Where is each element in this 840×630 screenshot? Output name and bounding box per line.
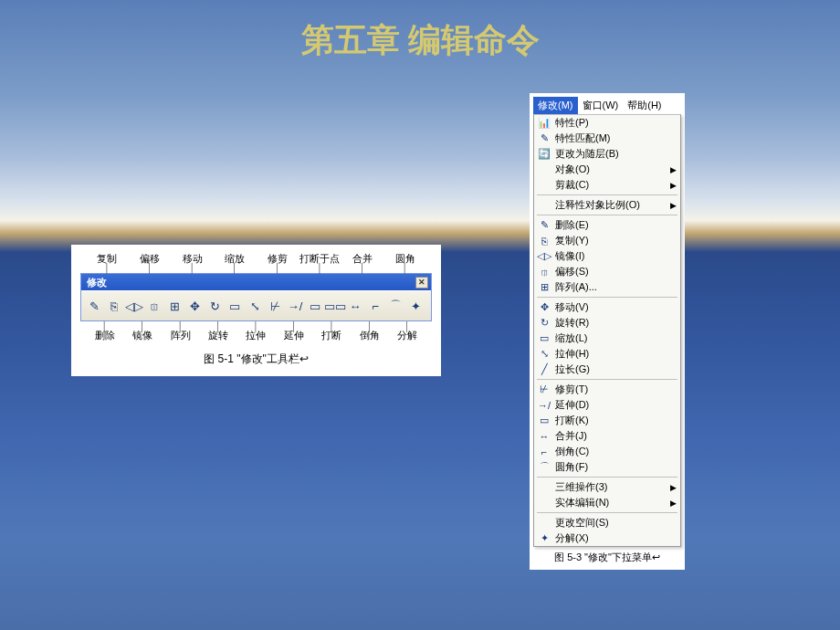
move-icon[interactable]: ✥ xyxy=(185,297,204,315)
menu-item[interactable]: ⊞阵列(A)... xyxy=(534,279,680,295)
menu-item-icon: ⎘ xyxy=(537,235,551,247)
scale-icon[interactable]: ▭ xyxy=(226,297,244,315)
menu-item[interactable]: 三维操作(3)▶ xyxy=(534,479,680,495)
menu-item[interactable]: ↻旋转(R) xyxy=(534,315,680,331)
menu-item-icon xyxy=(537,497,551,509)
join-icon[interactable]: ↔ xyxy=(346,297,364,315)
menu-item-label: 打断(K) xyxy=(555,414,677,427)
menu-separator xyxy=(537,194,677,195)
trim-icon[interactable]: ⊬ xyxy=(266,297,284,315)
copy-icon[interactable]: ⎘ xyxy=(105,297,123,315)
menu-item[interactable]: ⎘复制(Y) xyxy=(534,233,680,248)
menu-item[interactable]: ⤡拉伸(H) xyxy=(534,346,680,362)
menu-item-label: 注释性对象比例(O) xyxy=(555,198,667,212)
menu-item[interactable]: ╱拉长(G) xyxy=(534,362,680,377)
menu-item-icon xyxy=(537,163,551,176)
menu-item-icon: →/ xyxy=(537,399,551,412)
menu-item-label: 复制(Y) xyxy=(555,234,677,247)
submenu-arrow-icon: ▶ xyxy=(670,483,677,492)
menu-item-label: 延伸(D) xyxy=(555,398,677,412)
toolbar-label: 打断 xyxy=(313,329,351,342)
menu-item-icon: ⊬ xyxy=(537,383,551,396)
menu-item-icon: ↻ xyxy=(537,317,551,330)
menubar-item[interactable]: 窗口(W) xyxy=(578,97,624,114)
menu-item[interactable]: 📊特性(P) xyxy=(534,115,680,131)
offset-icon[interactable]: ⎅ xyxy=(145,297,163,315)
menu-item[interactable]: 注释性对象比例(O)▶ xyxy=(534,197,680,213)
close-icon[interactable]: ✕ xyxy=(415,277,428,289)
toolbar-titlebar[interactable]: 修改 ✕ xyxy=(81,274,431,290)
menu-item-icon: ╱ xyxy=(537,363,551,376)
fillet-icon[interactable]: ⌒ xyxy=(386,297,404,315)
menu-item-label: 缩放(L) xyxy=(555,331,677,345)
array-icon[interactable]: ⊞ xyxy=(165,297,184,315)
explode-icon[interactable]: ✦ xyxy=(406,297,425,315)
extend-icon[interactable]: →/ xyxy=(286,297,304,315)
break-point-icon[interactable]: ▭ xyxy=(306,297,324,315)
menu-item-icon: ✥ xyxy=(537,301,551,314)
menubar: 修改(M)窗口(W)帮助(H) xyxy=(533,97,681,114)
menu-item-icon xyxy=(537,517,551,530)
erase-icon[interactable]: ✎ xyxy=(85,297,103,315)
toolbar-label: 拉伸 xyxy=(237,329,275,342)
menu-item[interactable]: ↔合并(J) xyxy=(534,428,680,444)
menu-separator xyxy=(537,379,677,380)
menu-caption: 图 5-3 "修改"下拉菜单↩ xyxy=(533,547,681,566)
menu-item-icon: ▭ xyxy=(537,332,551,345)
menu-item-label: 对象(O) xyxy=(555,163,667,176)
stretch-icon[interactable]: ⤡ xyxy=(246,297,264,315)
menu-item-label: 倒角(C) xyxy=(555,445,677,458)
menu-item-icon: ⌒ xyxy=(537,461,551,474)
menu-item-icon: ↔ xyxy=(537,430,551,443)
menu-item-icon xyxy=(537,481,551,494)
menu-item[interactable]: 🔄更改为随层(B) xyxy=(534,146,680,162)
menu-item-icon: ⊞ xyxy=(537,281,551,294)
menu-item[interactable]: ⊬修剪(T) xyxy=(534,382,680,397)
menu-item-icon: ▭ xyxy=(537,415,551,427)
toolbar-top-labels: 复制偏移移动缩放修剪打断于点合并圆角 xyxy=(80,252,432,266)
menu-item[interactable]: ✎删除(E) xyxy=(534,217,680,233)
menu-item[interactable]: 对象(O)▶ xyxy=(534,162,680,177)
menu-item-label: 镜像(I) xyxy=(555,249,677,263)
menu-item-icon: ⎅ xyxy=(537,266,551,278)
submenu-arrow-icon: ▶ xyxy=(670,165,677,174)
menu-separator xyxy=(537,215,677,215)
menu-item-label: 阵列(A)... xyxy=(555,280,677,294)
menu-item-label: 删除(E) xyxy=(555,218,677,232)
menu-item[interactable]: ⌒圆角(F) xyxy=(534,459,680,475)
menu-item[interactable]: ▭打断(K) xyxy=(534,413,680,428)
menu-item-label: 拉长(G) xyxy=(555,362,677,376)
toolbar-label: 删除 xyxy=(86,329,123,342)
toolbar-label: 旋转 xyxy=(199,329,236,342)
menu-item-label: 特性(P) xyxy=(555,116,677,130)
break-icon[interactable]: ▭▭ xyxy=(326,297,344,315)
menu-item-icon: ✦ xyxy=(537,532,551,545)
menu-item[interactable]: 更改空间(S) xyxy=(534,515,680,530)
menu-item-icon: ✎ xyxy=(537,219,551,232)
menu-item-icon xyxy=(537,199,551,212)
toolbar-icons-row: ✎⎘◁▷⎅⊞✥↻▭⤡⊬→/▭▭▭↔⌐⌒✦ xyxy=(81,290,431,320)
dropdown-menu: 📊特性(P)✎特性匹配(M)🔄更改为随层(B)对象(O)▶剪裁(C)▶注释性对象… xyxy=(533,114,681,547)
mirror-icon[interactable]: ◁▷ xyxy=(125,297,143,315)
menu-separator xyxy=(537,512,677,513)
menu-item[interactable]: ▭缩放(L) xyxy=(534,331,680,346)
rotate-icon[interactable]: ↻ xyxy=(205,297,224,315)
menu-item-label: 分解(X) xyxy=(555,531,677,545)
menu-figure: 修改(M)窗口(W)帮助(H) 📊特性(P)✎特性匹配(M)🔄更改为随层(B)对… xyxy=(530,93,685,570)
menubar-item[interactable]: 帮助(H) xyxy=(623,97,666,114)
menu-item-icon: ⤡ xyxy=(537,348,551,361)
menu-item[interactable]: →/延伸(D) xyxy=(534,397,680,413)
menu-item[interactable]: ✥移动(V) xyxy=(534,299,680,315)
menubar-item[interactable]: 修改(M) xyxy=(533,97,578,114)
menu-item[interactable]: ◁▷镜像(I) xyxy=(534,248,680,264)
menu-item[interactable]: ✎特性匹配(M) xyxy=(534,131,680,146)
menu-item[interactable]: ⎅偏移(S) xyxy=(534,264,680,279)
modify-toolbar-window: 修改 ✕ ✎⎘◁▷⎅⊞✥↻▭⤡⊬→/▭▭▭↔⌐⌒✦ xyxy=(80,273,432,321)
menu-item[interactable]: ✦分解(X) xyxy=(534,530,680,546)
menu-item-label: 更改空间(S) xyxy=(555,516,677,530)
toolbar-label: 镜像 xyxy=(123,329,161,342)
menu-item[interactable]: ⌐倒角(C) xyxy=(534,444,680,459)
chamfer-icon[interactable]: ⌐ xyxy=(366,297,384,315)
menu-item[interactable]: 实体编辑(N)▶ xyxy=(534,495,680,510)
menu-item[interactable]: 剪裁(C)▶ xyxy=(534,177,680,193)
